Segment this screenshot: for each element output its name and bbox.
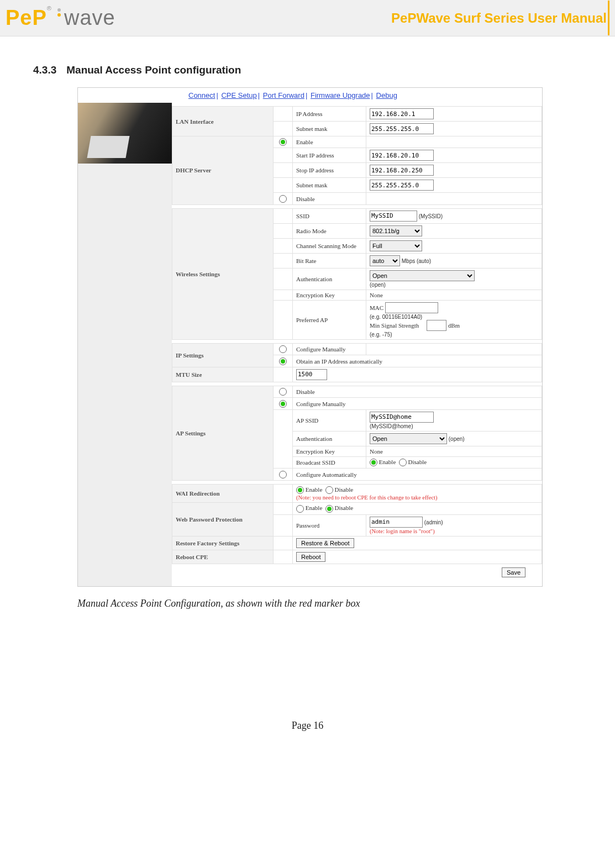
preferred-ap-cell: MAC (e.g. 00116E1014A0) Min Signal Stren… — [366, 300, 542, 339]
radio-dhcp-enable[interactable] — [279, 138, 287, 146]
select-auth[interactable]: Open — [370, 270, 475, 281]
radio-bcast-enable[interactable] — [370, 459, 377, 466]
radio-dhcp-disable[interactable] — [279, 195, 287, 203]
section-restore: Restore Factory Settings — [172, 536, 274, 550]
section-heading: 4.3.3Manual Access Point configuration — [33, 64, 615, 76]
page-footer: Page 16 — [0, 720, 615, 732]
input-pref-mac[interactable] — [385, 302, 438, 313]
reboot-button[interactable]: Reboot — [296, 552, 325, 562]
input-password[interactable] — [370, 517, 423, 528]
save-button[interactable]: Save — [502, 567, 525, 577]
input-mtu[interactable] — [296, 369, 327, 380]
radio-pw-disable[interactable] — [325, 505, 333, 513]
lbl-lan-mask: Subnet mask — [293, 122, 366, 136]
radio-bcast-disable[interactable] — [399, 459, 407, 466]
input-ssid[interactable] — [370, 211, 417, 222]
lbl-ip-address: IP Address — [293, 107, 366, 122]
section-reboot: Reboot CPE — [172, 550, 274, 564]
select-bitrate[interactable]: auto — [370, 255, 400, 266]
section-lan: LAN Interface — [172, 107, 274, 136]
radio-ip-manual[interactable] — [279, 345, 287, 353]
radio-wai-disable[interactable] — [325, 486, 333, 494]
section-mtu: MTU Size — [172, 367, 274, 382]
input-pref-rssi[interactable] — [427, 320, 446, 331]
radio-pw-enable[interactable] — [296, 505, 304, 513]
top-nav: Connect| CPE Setup| Port Forward| Firmwa… — [78, 88, 542, 103]
input-dhcp-start[interactable] — [370, 150, 434, 161]
figure-caption: Manual Access Point Configuration, as sh… — [77, 598, 615, 609]
select-scan-mode[interactable]: Full — [370, 240, 422, 251]
input-dhcp-mask[interactable] — [370, 180, 434, 191]
input-lan-ip[interactable] — [370, 108, 434, 119]
input-lan-mask[interactable] — [370, 123, 434, 134]
select-radio-mode[interactable]: 802.11b/g — [370, 225, 422, 236]
restore-reboot-button[interactable]: Restore & Reboot — [296, 538, 354, 548]
nav-connect[interactable]: Connect — [188, 91, 215, 99]
input-dhcp-stop[interactable] — [370, 165, 434, 176]
section-dhcp: DHCP Server — [172, 136, 274, 205]
document-title: PePWave Surf Series User Manual — [391, 1, 609, 35]
section-wai: WAI Redirection — [172, 484, 274, 502]
section-ip: IP Settings — [172, 343, 274, 367]
page-header: PeP® wave PePWave Surf Series User Manua… — [0, 0, 615, 36]
brand-logo: PeP® wave — [6, 6, 115, 30]
radio-wai-enable[interactable] — [296, 486, 304, 494]
section-ap: AP Settings — [172, 386, 274, 480]
select-ap-auth[interactable]: Open — [370, 433, 447, 444]
nav-debug[interactable]: Debug — [376, 91, 397, 99]
input-ap-ssid[interactable] — [370, 412, 434, 423]
radio-ip-auto[interactable] — [279, 357, 287, 365]
sidebar — [78, 103, 172, 586]
section-web-password: Web Password Protection — [172, 503, 274, 536]
nav-port-forward[interactable]: Port Forward — [263, 91, 304, 99]
nav-cpe-setup[interactable]: CPE Setup — [221, 91, 256, 99]
sidebar-image — [78, 103, 172, 164]
radio-ap-manual[interactable] — [279, 400, 287, 408]
radio-ap-disable[interactable] — [279, 388, 287, 396]
config-screenshot: Connect| CPE Setup| Port Forward| Firmwa… — [77, 87, 543, 587]
radio-ap-auto[interactable] — [279, 471, 287, 478]
nav-firmware-upgrade[interactable]: Firmware Upgrade — [311, 91, 370, 99]
section-wireless: Wireless Settings — [172, 208, 274, 339]
